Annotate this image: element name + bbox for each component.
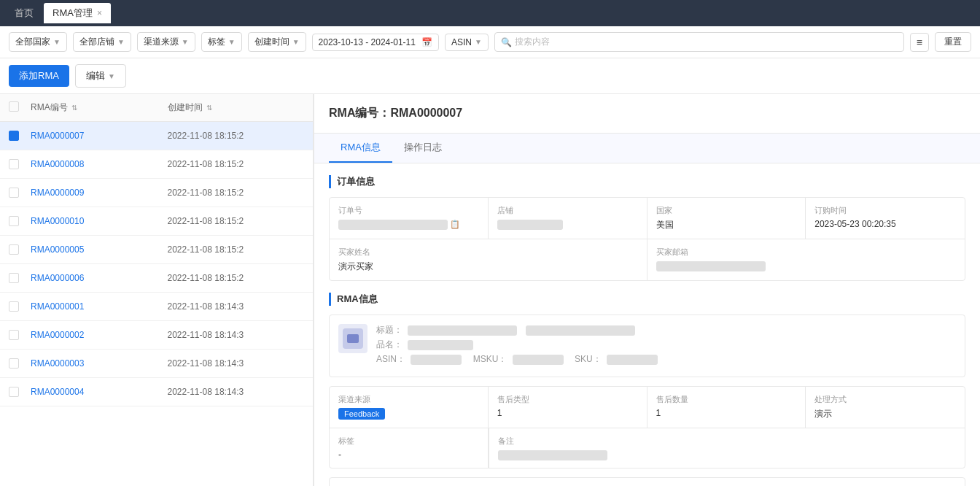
rma-id-cell: RMA0000002 [31, 330, 168, 340]
sku-blurred [607, 355, 658, 365]
asin-blurred [411, 355, 462, 365]
date-cell: 2022-11-08 18:15:2 [168, 273, 305, 283]
rma-detail-row-2: 标签 - 备注 [330, 428, 965, 468]
table-row[interactable]: RMA0000010 2022-11-08 18:15:2 [0, 207, 313, 236]
channel-cell: 渠道来源 Feedback [330, 387, 489, 428]
tab-home-label: 首页 [15, 7, 34, 20]
detail-content: 订单信息 订单号 📋 店铺 国家 美国 [314, 163, 980, 486]
rma-id-cell: RMA0000007 [31, 131, 168, 141]
row-checkbox[interactable] [9, 244, 19, 255]
tab-rma-close[interactable]: × [97, 8, 102, 18]
attach-row: 附图 [330, 478, 965, 486]
filter-tag[interactable]: 标签 ▼ [201, 32, 242, 52]
processing-cell: 处理方式 演示 [806, 387, 965, 428]
tab-home[interactable]: 首页 [6, 3, 42, 23]
attach-cell: 附图 [330, 478, 965, 486]
tab-operation-log[interactable]: 操作日志 [392, 134, 454, 163]
header-checkbox [9, 101, 31, 114]
table-row[interactable]: RMA0000005 2022-11-08 18:15:2 [0, 236, 313, 264]
filter-time-field[interactable]: 创建时间 ▼ [248, 32, 306, 52]
rma-detail-table: 渠道来源 Feedback 售后类型 1 售后数量 1 [329, 386, 965, 468]
filter-lines-icon: ≡ [917, 36, 922, 48]
svg-rect-1 [347, 334, 359, 343]
reset-button[interactable]: 重置 [935, 32, 971, 52]
after-sale-qty-label: 售后数量 [656, 394, 797, 405]
buyer-name-value: 演示买家 [338, 261, 638, 273]
channel-label: 渠道来源 [338, 394, 479, 405]
rma-id-cell: RMA0000005 [31, 244, 168, 255]
tab-rma[interactable]: RMA管理 × [44, 3, 111, 23]
table-row[interactable]: RMA0000009 2022-11-08 18:15:2 [0, 179, 313, 207]
rma-detail-panel: RMA编号：RMA0000007 RMA信息 操作日志 订单信息 订单号 📋 [314, 94, 980, 486]
date-cell: 2022-11-08 18:14:3 [168, 330, 305, 340]
product-title-blurred2 [526, 325, 635, 336]
table-row[interactable]: RMA0000003 2022-11-08 18:14:3 [0, 350, 313, 378]
tag-value: - [338, 450, 479, 460]
edit-label: 编辑 [86, 69, 105, 82]
date-cell: 2022-11-08 18:14:3 [168, 358, 305, 369]
detail-title: RMA编号：RMA0000007 [329, 106, 965, 121]
table-row[interactable]: RMA0000006 2022-11-08 18:15:2 [0, 264, 313, 293]
rma-id-cell: RMA0000010 [31, 216, 168, 226]
edit-button[interactable]: 编辑 ▼ [75, 64, 126, 88]
row-checkbox[interactable] [9, 131, 19, 141]
select-all-checkbox[interactable] [9, 101, 19, 112]
filter-options-button[interactable]: ≡ [910, 33, 929, 52]
filter-store[interactable]: 全部店铺 ▼ [73, 32, 131, 52]
table-row[interactable]: RMA0000002 2022-11-08 18:14:3 [0, 321, 313, 350]
filter-store-label: 全部店铺 [79, 36, 114, 48]
filter-asin[interactable]: ASIN ▼ [445, 34, 489, 51]
date-range-picker[interactable]: 2023-10-13 - 2024-01-11 📅 [312, 34, 439, 51]
product-label: 品名： [376, 339, 402, 350]
sku-label: SKU： [575, 354, 602, 364]
order-section-title: 订单信息 [329, 175, 965, 188]
filter-channel[interactable]: 渠道来源 ▼ [137, 32, 195, 52]
table-row[interactable]: RMA0000001 2022-11-08 18:14:3 [0, 293, 313, 321]
buyer-email-cell: 买家邮箱 [648, 239, 965, 280]
table-row[interactable]: RMA0000007 2022-11-08 18:15:2 [0, 122, 313, 150]
order-no-value: 📋 [338, 219, 479, 230]
tab-rma-info[interactable]: RMA信息 [329, 134, 392, 163]
row-checkbox[interactable] [9, 301, 19, 312]
row-checkbox[interactable] [9, 188, 19, 198]
header-create-time: 创建时间 ⇅ [168, 101, 305, 114]
filter-channel-label: 渠道来源 [144, 36, 179, 48]
tab-bar: 首页 RMA管理 × [0, 0, 980, 26]
purchase-time-cell: 订购时间 2023-05-23 00:20:35 [806, 198, 965, 239]
asin-label: ASIN： [376, 354, 405, 364]
add-rma-button[interactable]: 添加RMA [9, 65, 69, 87]
product-name-blurred [408, 340, 473, 350]
row-checkbox[interactable] [9, 358, 19, 369]
row-checkbox[interactable] [9, 273, 19, 283]
main-layout: RMA编号 ⇅ 创建时间 ⇅ RMA0000007 2022-11-08 18:… [0, 94, 980, 486]
order-no-cell: 订单号 📋 [330, 198, 489, 239]
order-no-label: 订单号 [338, 205, 479, 216]
product-thumbnail [338, 324, 368, 353]
date-cell: 2022-11-08 18:15:2 [168, 244, 305, 255]
rma-id-cell: RMA0000001 [31, 301, 168, 312]
row-checkbox[interactable] [9, 216, 19, 226]
processing-value: 演示 [814, 408, 956, 420]
title-label: 标题： [376, 325, 402, 335]
attach-table: 附图 [329, 477, 965, 486]
rma-id-cell: RMA0000008 [31, 159, 168, 169]
table-row[interactable]: RMA0000004 2022-11-08 18:14:3 [0, 378, 313, 406]
sort-icon: ⇅ [206, 104, 212, 112]
tag-cell: 标签 - [330, 428, 489, 468]
remark-label: 备注 [498, 436, 956, 447]
row-checkbox[interactable] [9, 387, 19, 397]
product-info: 标题： 品名： ASIN： MSKU： [376, 324, 956, 368]
msku-label: MSKU： [473, 354, 508, 364]
date-cell: 2022-11-08 18:15:2 [168, 159, 305, 169]
after-sale-type-cell: 售后类型 1 [489, 387, 648, 428]
rma-id-cell: RMA0000009 [31, 188, 168, 198]
search-box[interactable]: 🔍 搜索内容 [494, 32, 904, 52]
filter-asin-label: ASIN [451, 37, 472, 47]
row-checkbox[interactable] [9, 159, 19, 169]
order-row-2: 买家姓名 演示买家 买家邮箱 [330, 239, 965, 280]
filter-country[interactable]: 全部国家 ▼ [9, 32, 67, 52]
table-row[interactable]: RMA0000008 2022-11-08 18:15:2 [0, 150, 313, 179]
row-checkbox[interactable] [9, 330, 19, 340]
filter-country-label: 全部国家 [15, 36, 50, 48]
date-cell: 2022-11-08 18:14:3 [168, 301, 305, 312]
